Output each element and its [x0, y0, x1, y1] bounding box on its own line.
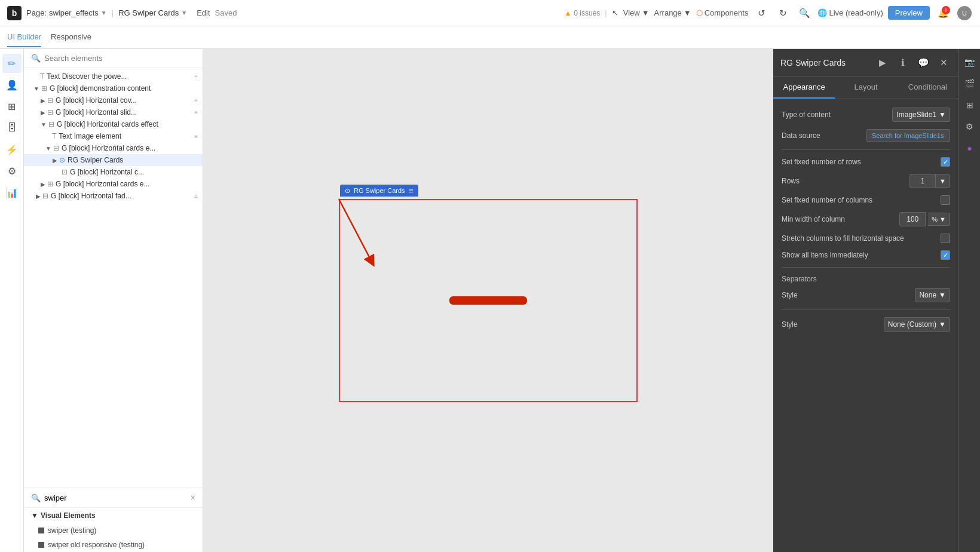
- view-button[interactable]: View ▼: [623, 8, 650, 17]
- search-box: 🔍: [24, 49, 203, 68]
- element-panel: 🔍 T Text Discover the powe... ≡ ▼ ⊞ G [b…: [24, 49, 203, 552]
- tab-ui-builder[interactable]: UI Builder: [7, 27, 41, 47]
- grid-icon-button[interactable]: ⊞: [961, 97, 978, 114]
- tree-item-rg-swiper[interactable]: ▶ ⊙ RG Swiper Cards: [24, 154, 203, 166]
- components-button[interactable]: ⬡ Components: [696, 8, 749, 17]
- tree-item-text-discover[interactable]: T Text Discover the powe... ≡: [24, 70, 203, 82]
- camera-icon-button[interactable]: 📷: [961, 54, 978, 70]
- style-value: None: [919, 291, 936, 299]
- tree-item-horiz-c[interactable]: ⊡ G [block] Horizontal c...: [24, 166, 203, 178]
- rows-input[interactable]: 1: [909, 174, 936, 188]
- canvas-label-text: RG Swiper Cards: [354, 187, 405, 194]
- database-icon-button[interactable]: 🗄: [2, 118, 22, 137]
- issues-count: 0 issues: [574, 9, 600, 17]
- topbar-divider2: |: [605, 8, 607, 17]
- live-button[interactable]: 🌐 Live (read-only): [817, 8, 883, 17]
- tree-item-horiz-cards-effect[interactable]: ▼ ⊟ G [block] Horizontal cards effect: [24, 118, 203, 130]
- chevron-down-icon: ▼: [33, 85, 39, 92]
- rows-label: Rows: [782, 177, 905, 185]
- issues-indicator[interactable]: ▲ 0 issues: [564, 9, 600, 17]
- show-all-items-checkbox[interactable]: ✓: [941, 250, 950, 260]
- rp-play-button[interactable]: ▶: [875, 55, 890, 70]
- clear-search-button[interactable]: ×: [191, 493, 195, 502]
- settings-icon-button[interactable]: ⚙: [2, 161, 22, 180]
- tree-item-horiz-fad[interactable]: ▶ ⊟ G [block] Horizontal fad... ≡: [24, 190, 203, 202]
- tab-responsive[interactable]: Responsive: [51, 27, 91, 47]
- circles-icon-button[interactable]: ●: [961, 140, 978, 157]
- group-icon-5: ⊟: [53, 144, 59, 152]
- gear-icon-button[interactable]: ⚙: [961, 118, 978, 135]
- component-selector[interactable]: RG Swiper Cards ▼: [118, 8, 187, 17]
- visual-elements-header[interactable]: ▼ Visual Elements: [24, 508, 203, 523]
- page-selector[interactable]: Page: swiper_effects ▼: [26, 8, 107, 17]
- tree-item-text-image[interactable]: T Text Image element ≡: [24, 130, 203, 142]
- tab-appearance[interactable]: Appearance: [773, 76, 835, 99]
- film-icon-button[interactable]: 🎬: [961, 75, 978, 92]
- saved-label: Saved: [215, 8, 237, 17]
- tree-item-horiz-cards-e3[interactable]: ▶ ⊞ G [block] Horizontal cards e...: [24, 178, 203, 190]
- tree-item-demo-content[interactable]: ▼ ⊞ G [block] demonstration content: [24, 82, 203, 94]
- red-bar-decoration: [449, 296, 527, 305]
- bottom-search-input[interactable]: [44, 493, 187, 502]
- canvas-area: ⊙ RG Swiper Cards ≡: [203, 49, 773, 552]
- ve-item-swiper-testing[interactable]: swiper (testing): [24, 523, 203, 538]
- pencil-icon-button[interactable]: ✏: [2, 54, 22, 73]
- style-label: Style: [782, 291, 910, 299]
- data-source-input[interactable]: Search for ImageSlide1s: [866, 129, 950, 142]
- canvas-rg-icon: ⊙: [345, 187, 350, 195]
- user-avatar-button[interactable]: U: [956, 5, 973, 22]
- rp-info-button[interactable]: ℹ: [895, 55, 911, 70]
- rows-input-group: 1 ▼: [909, 174, 950, 188]
- notifications-button[interactable]: 🔔 !: [935, 5, 951, 22]
- set-fixed-columns-checkbox[interactable]: [941, 195, 950, 205]
- style2-select[interactable]: None (Custom) ▼: [884, 317, 950, 332]
- tree-item-horiz-cards-e2[interactable]: ▼ ⊟ G [block] Horizontal cards e...: [24, 142, 203, 154]
- page-dropdown-arrow[interactable]: ▼: [101, 10, 107, 16]
- set-fixed-rows-checkbox[interactable]: ✓: [941, 157, 950, 167]
- tab-layout[interactable]: Layout: [835, 76, 896, 99]
- group-icon-8: ⊟: [42, 192, 48, 200]
- tree-item-horiz-slid[interactable]: ▶ ⊟ G [block] Horizontal slid... ≡: [24, 106, 203, 118]
- style-select[interactable]: None ▼: [915, 288, 950, 302]
- bottom-search-box: 🔍 ×: [24, 487, 203, 507]
- layers-icon-button[interactable]: ⊞: [2, 97, 22, 116]
- plug-icon-button[interactable]: ⚡: [2, 140, 22, 159]
- right-panel-header: RG Swiper Cards ▶ ℹ 💬 ✕: [773, 49, 958, 76]
- preview-button[interactable]: Preview: [888, 6, 930, 20]
- group-icon-2: ⊟: [47, 96, 53, 105]
- spacer-arrow-3: ▶: [41, 181, 45, 188]
- set-fixed-columns-row: Set fixed number of columns: [782, 195, 950, 205]
- canvas-menu-icon[interactable]: ≡: [409, 186, 414, 195]
- warning-icon: ▲: [564, 9, 571, 17]
- tab-conditional[interactable]: Conditional: [897, 76, 958, 99]
- tree-item-horiz-cov[interactable]: ▶ ⊟ G [block] Horizontal cov... ≡: [24, 94, 203, 106]
- chevron-down-icon-2: ▼: [41, 121, 47, 128]
- redo-button[interactable]: ↻: [774, 5, 791, 22]
- element-tree: T Text Discover the powe... ≡ ▼ ⊞ G [blo…: [24, 68, 203, 487]
- type-of-content-select[interactable]: ImageSlide1 ▼: [892, 108, 950, 122]
- type-of-content-value: ImageSlide1: [896, 111, 936, 119]
- users-icon-button[interactable]: 👤: [2, 75, 22, 94]
- canvas-inner[interactable]: ⊙ RG Swiper Cards ≡: [339, 199, 638, 402]
- style2-row: Style None (Custom) ▼: [782, 317, 950, 332]
- search-button[interactable]: 🔍: [796, 5, 813, 22]
- search-input[interactable]: [44, 54, 195, 63]
- stretch-columns-checkbox[interactable]: [941, 234, 950, 243]
- rp-chat-button[interactable]: 💬: [915, 55, 931, 70]
- set-fixed-rows-row: Set fixed number of rows ✓: [782, 157, 950, 167]
- arrange-button[interactable]: Arrange ▼: [654, 8, 691, 17]
- min-width-input-group: % ▼: [899, 212, 950, 226]
- rows-dropdown-button[interactable]: ▼: [936, 174, 950, 188]
- ve-item-swiper-old[interactable]: swiper old responsive (testing): [24, 538, 203, 552]
- min-width-unit-button[interactable]: % ▼: [928, 213, 950, 226]
- min-width-input[interactable]: [899, 212, 926, 226]
- chart-icon-button[interactable]: 📊: [2, 183, 22, 202]
- separators-section-label: Separators: [782, 275, 950, 283]
- rp-close-button[interactable]: ✕: [936, 55, 951, 70]
- right-panel-content: Type of content ImageSlide1 ▼ Data sourc…: [773, 99, 958, 552]
- undo-button[interactable]: ↺: [753, 5, 770, 22]
- search-icon: 🔍: [31, 54, 41, 63]
- component-dropdown-arrow[interactable]: ▼: [181, 10, 187, 16]
- pointer-tool-button[interactable]: ↖: [612, 8, 618, 17]
- style2-label: Style: [782, 320, 879, 329]
